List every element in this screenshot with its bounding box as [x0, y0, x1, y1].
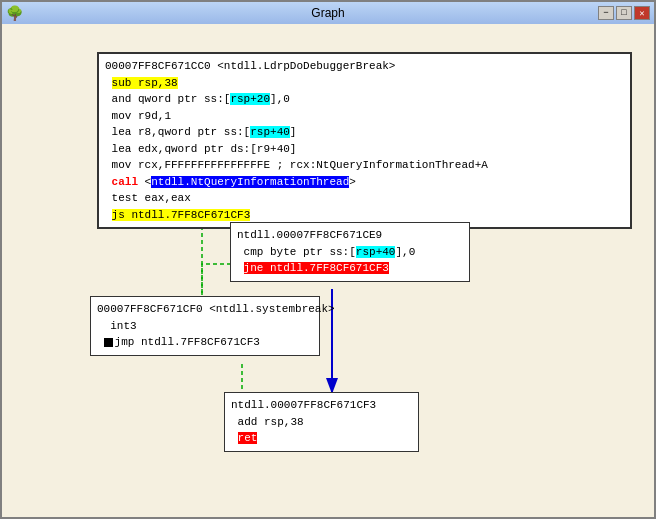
window-title: Graph	[311, 6, 344, 20]
graph-canvas: 00007FF8CF671CC0 <ntdll.LdrpDoDebuggerBr…	[2, 24, 654, 517]
node-bottom: ntdll.00007FF8CF671CF3 add rsp,38 ret	[224, 392, 419, 452]
node-top-line-7: call <ntdll.NtQueryInformationThread>	[105, 174, 624, 191]
node-ml-line-0: 00007FF8CF671CF0 <ntdll.systembreak>	[97, 301, 313, 318]
node-b-line-1: add rsp,38	[231, 414, 412, 431]
node-top: 00007FF8CF671CC0 <ntdll.LdrpDoDebuggerBr…	[97, 52, 632, 229]
node-top-line-6: mov rcx,FFFFFFFFFFFFFFFE ; rcx:NtQueryIn…	[105, 157, 624, 174]
node-mr-line-1: cmp byte ptr ss:[rsp+40],0	[237, 244, 463, 261]
titlebar: 🌳 Graph − □ ✕	[2, 2, 654, 24]
node-top-line-9: js ntdll.7FF8CF671CF3	[105, 207, 624, 224]
node-top-line-2: and qword ptr ss:[rsp+20],0	[105, 91, 624, 108]
node-top-line-8: test eax,eax	[105, 190, 624, 207]
node-top-line-5: lea edx,qword ptr ds:[r9+40]	[105, 141, 624, 158]
node-mr-line-2: jne ntdll.7FF8CF671CF3	[237, 260, 463, 277]
node-ml-line-1: int3	[97, 318, 313, 335]
maximize-button[interactable]: □	[616, 6, 632, 20]
node-middle-right: ntdll.00007FF8CF671CE9 cmp byte ptr ss:[…	[230, 222, 470, 282]
node-top-line-0: 00007FF8CF671CC0 <ntdll.LdrpDoDebuggerBr…	[105, 58, 624, 75]
node-top-line-1: sub rsp,38	[105, 75, 624, 92]
close-button[interactable]: ✕	[634, 6, 650, 20]
node-b-line-2: ret	[231, 430, 412, 447]
node-top-line-4: lea r8,qword ptr ss:[rsp+40]	[105, 124, 624, 141]
main-window: 🌳 Graph − □ ✕	[0, 0, 656, 519]
node-middle-left: 00007FF8CF671CF0 <ntdll.systembreak> int…	[90, 296, 320, 356]
node-ml-line-2: jmp ntdll.7FF8CF671CF3	[97, 334, 313, 351]
minimize-button[interactable]: −	[598, 6, 614, 20]
titlebar-left: 🌳	[6, 5, 22, 21]
node-mr-line-0: ntdll.00007FF8CF671CE9	[237, 227, 463, 244]
node-b-line-0: ntdll.00007FF8CF671CF3	[231, 397, 412, 414]
node-top-line-3: mov r9d,1	[105, 108, 624, 125]
app-icon: 🌳	[6, 5, 22, 21]
titlebar-controls: − □ ✕	[598, 6, 650, 20]
